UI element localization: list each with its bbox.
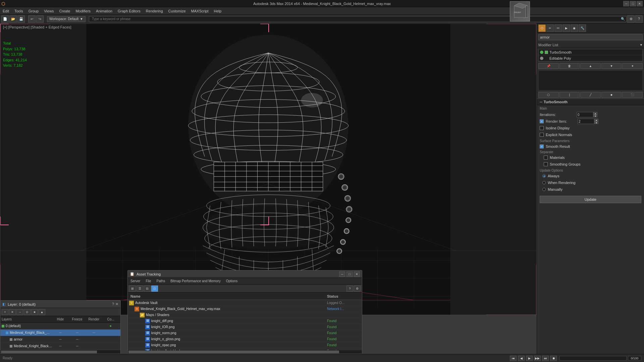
asset-row-diff[interactable]: 🖼 knight_diff.png Found [128, 318, 362, 324]
menu-create[interactable]: Create [56, 7, 73, 15]
menu-edit[interactable]: Edit [0, 7, 12, 15]
menu-maxscript[interactable]: MAXScript [189, 7, 211, 15]
motion-panel-icon[interactable]: ▶ [562, 24, 570, 32]
modifier-list-dropdown[interactable]: ▼ [640, 43, 643, 47]
modifier-turbosmoooth[interactable]: TurboSmooth [539, 49, 642, 55]
asset-tool-2[interactable]: ☰ [137, 286, 143, 292]
search-options-button[interactable]: ⚙ [627, 15, 635, 23]
utilities-panel-icon[interactable]: 🔧 [579, 24, 586, 32]
anim-record-button[interactable]: ⏺ [550, 356, 557, 361]
layer-delete-button[interactable]: ✕ [9, 309, 16, 315]
asset-row-ior[interactable]: 🖼 knight_IOR.png Found [128, 324, 362, 330]
edge-btn[interactable]: ╱ [580, 92, 601, 98]
menu-tools[interactable]: Tools [12, 7, 26, 15]
asset-row-opac[interactable]: 🖼 knight_opac.png Found [128, 342, 362, 348]
render-iters-input[interactable] [578, 119, 594, 124]
anim-start-button[interactable]: ⏮ [510, 356, 517, 361]
spin-up[interactable]: ▲ [594, 119, 598, 121]
layer-highlight-button[interactable]: ★ [31, 309, 38, 315]
asset-row-norm[interactable]: 🖼 knight_norm.png Found [128, 330, 362, 336]
menu-modifiers[interactable]: Modifiers [73, 7, 93, 15]
layer-up-button[interactable]: ▲ [39, 309, 45, 315]
menu-views[interactable]: Views [41, 7, 56, 15]
explicit-normals-checkbox[interactable] [540, 133, 544, 137]
asset-minimize-button[interactable]: ─ [339, 272, 345, 277]
layer-add-selection-button[interactable]: → [16, 309, 23, 315]
iterations-input[interactable] [577, 112, 593, 117]
open-file-button[interactable]: 📂 [9, 15, 17, 23]
layer-row-default[interactable]: 0 (default) ■ [0, 323, 120, 329]
menu-animation[interactable]: Animation [93, 7, 115, 15]
show-end-result[interactable]: ⬛ [622, 92, 643, 98]
layer-new-button[interactable]: + [2, 309, 8, 315]
undo-button[interactable]: ↩ [28, 15, 36, 23]
display-panel-icon[interactable]: ◉ [571, 24, 578, 32]
timeline-slider[interactable] [559, 356, 627, 361]
delete-modifier-button[interactable]: 🗑 [559, 63, 580, 69]
asset-help-button[interactable]: ? [346, 286, 353, 292]
spin-down[interactable]: ▼ [594, 121, 598, 124]
asset-row-vault[interactable]: V Autodesk Vault Logged O... [128, 300, 362, 306]
layer-close-button[interactable]: ✕ [115, 302, 118, 306]
when-rendering-radio[interactable] [542, 181, 546, 184]
layer-row-helmet[interactable]: Medieval_Knight_Black_Gold_Helmet ─ ─ ─ [0, 329, 120, 336]
asset-tool-3[interactable]: ⊟ [144, 286, 151, 292]
asset-scroll-thumb[interactable] [128, 351, 339, 353]
anim-prev-button[interactable]: ◀ [518, 356, 525, 361]
manually-radio[interactable] [542, 188, 546, 191]
maximize-button[interactable]: □ [630, 1, 636, 6]
layer-help-button[interactable]: ? [112, 302, 114, 306]
spin-down[interactable]: ▼ [593, 115, 597, 117]
modifier-visibility-checkbox[interactable] [545, 51, 548, 54]
asset-close-button[interactable]: ✕ [354, 272, 360, 277]
make-unique-button[interactable]: ✦ [622, 63, 643, 69]
workspace-dropdown[interactable]: Workspace: Default ▼ [47, 16, 86, 22]
move-up-button[interactable]: ▲ [580, 63, 601, 69]
asset-menu-file[interactable]: File [143, 278, 154, 285]
layer-scrollbar[interactable] [0, 350, 120, 354]
modifier-editable-poly[interactable]: Editable Poly [539, 55, 642, 61]
redo-button[interactable]: ↪ [36, 15, 44, 23]
view-cube[interactable]: FRONT [510, 1, 530, 21]
vertex-btn[interactable]: | [559, 92, 580, 98]
anim-next-button[interactable]: ▶▶ [534, 356, 541, 361]
save-file-button[interactable]: 💾 [17, 15, 25, 23]
menu-group[interactable]: Group [26, 7, 42, 15]
iterations-spinner[interactable]: ▲ ▼ [593, 112, 597, 117]
asset-tool-1[interactable]: ⊞ [129, 286, 136, 292]
minimize-button[interactable]: ─ [623, 1, 629, 6]
asset-menu-paths[interactable]: Paths [154, 278, 168, 285]
asset-menu-server[interactable]: Server [128, 278, 143, 285]
asset-maximize-button[interactable]: □ [346, 272, 353, 277]
menu-graph-editors[interactable]: Graph Editors [115, 7, 143, 15]
asset-menu-bitmap[interactable]: Bitmap Performance and Memory [168, 278, 223, 285]
help-button[interactable]: ? [635, 15, 643, 23]
close-button[interactable]: ✕ [637, 1, 643, 6]
render-iters-spinner[interactable]: ▲ ▼ [594, 119, 598, 124]
menu-rendering[interactable]: Rendering [143, 7, 166, 15]
poly-btn[interactable]: ■ [601, 92, 622, 98]
create-panel-icon[interactable]: ⬡ [538, 24, 546, 32]
materials-checkbox[interactable] [544, 156, 548, 160]
layer-scroll-thumb[interactable] [1, 351, 97, 353]
anim-play-button[interactable]: ▶ [526, 356, 533, 361]
smoothing-groups-checkbox[interactable] [544, 162, 548, 166]
modify-panel-icon[interactable]: ✏ [546, 24, 554, 32]
anim-end-button[interactable]: ⏭ [542, 356, 549, 361]
render-iters-checkbox[interactable] [540, 119, 544, 123]
pin-modifier-button[interactable]: 📌 [538, 63, 559, 69]
update-button[interactable]: Update [540, 196, 641, 203]
asset-row-gloss[interactable]: 🖼 knight_o_gloss.png Found [128, 336, 362, 342]
menu-help[interactable]: Help [211, 7, 224, 15]
hierarchy-panel-icon[interactable]: ⚯ [554, 24, 562, 32]
object-name-input[interactable] [538, 34, 643, 40]
smooth-result-checkbox[interactable] [540, 144, 544, 148]
asset-menu-options[interactable]: Options [223, 278, 240, 285]
asset-settings-button[interactable]: ⚙ [354, 286, 361, 292]
asset-row-maps-folder[interactable]: 📁 Maps / Shaders [128, 312, 362, 318]
always-radio[interactable] [542, 174, 546, 178]
menu-customize[interactable]: Customize [166, 7, 189, 15]
turbosmoooth-section-header[interactable]: ─ TurboSmooth [537, 99, 644, 105]
frame-counter[interactable]: 0/100 [628, 356, 641, 361]
asset-horizontal-scrollbar[interactable] [128, 350, 362, 354]
